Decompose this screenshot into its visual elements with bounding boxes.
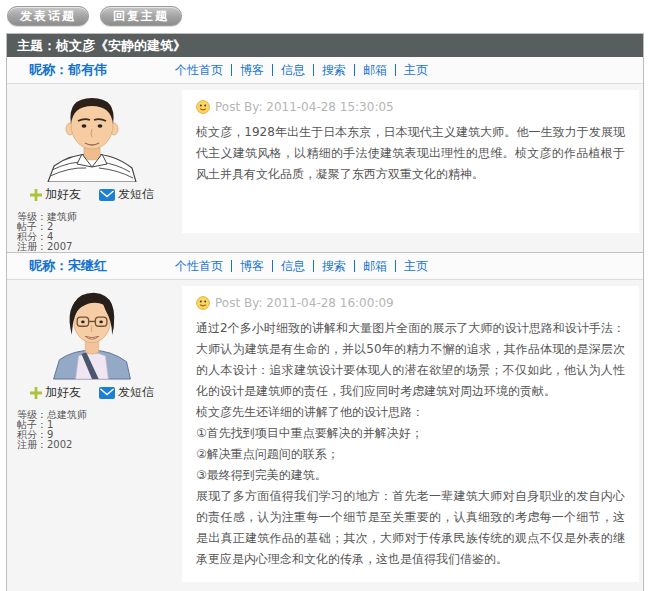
smiley-icon (196, 100, 210, 114)
nav-link-blog[interactable]: 博客 (231, 260, 272, 272)
nav-link-info[interactable]: 信息 (272, 260, 313, 272)
post-2-content-area: Post By: 2011-04-28 16:00:09 通过2个多小时细致的讲… (177, 280, 643, 591)
post-2-header: 昵称：宋继红 个性首页 博客 信息 搜索 邮箱 主页 (7, 253, 643, 280)
add-friend-label: 加好友 (45, 384, 81, 401)
topic-title-bar: 主题：桢文彦《安静的建筑》 (7, 34, 643, 57)
forum-thread-page: 发表话题 回复主题 主题：桢文彦《安静的建筑》 昵称：郁有伟 个性首页 博客 信… (0, 0, 650, 591)
nav-link-info[interactable]: 信息 (272, 64, 313, 76)
add-friend-button[interactable]: 加好友 (30, 186, 81, 203)
send-message-button[interactable]: 发短信 (99, 384, 154, 401)
nav-link-personal-home[interactable]: 个性首页 (153, 64, 231, 76)
nav-link-search[interactable]: 搜索 (313, 64, 354, 76)
add-friend-label: 加好友 (45, 186, 81, 203)
envelope-icon (99, 387, 115, 399)
post-1-body: 加好友 发短信 等级：建筑师 帖子：2 积分：4 注册：2007 (7, 84, 643, 252)
post-paragraph: 桢文彦，1928年出生于日本东京，日本现代主义建筑大师。他一生致力于发展现代主义… (196, 122, 625, 185)
post-1-user-panel: 加好友 发短信 等级：建筑师 帖子：2 积分：4 注册：2007 (7, 84, 177, 252)
add-friend-button[interactable]: 加好友 (30, 384, 81, 401)
nav-link-blog[interactable]: 博客 (231, 64, 272, 76)
nav-link-home[interactable]: 主页 (395, 260, 436, 272)
post-2-user-stats: 等级：总建筑师 帖子：1 积分：9 注册：2002 (17, 410, 177, 450)
post-2-user-panel: 加好友 发短信 等级：总建筑师 帖子：1 积分：9 注册：2002 (7, 280, 177, 591)
send-message-button[interactable]: 发短信 (99, 186, 154, 203)
post-2: 昵称：宋继红 个性首页 博客 信息 搜索 邮箱 主页 (7, 252, 643, 591)
post-1: 昵称：郁有伟 个性首页 博客 信息 搜索 邮箱 主页 (7, 57, 643, 252)
envelope-icon (99, 189, 115, 201)
post-1-author-nickname: 昵称：郁有伟 (7, 61, 153, 79)
nav-link-home[interactable]: 主页 (395, 64, 436, 76)
user-avatar (42, 92, 142, 182)
reply-topic-button[interactable]: 回复主题 (100, 6, 182, 26)
new-topic-button[interactable]: 发表话题 (7, 6, 89, 26)
post-2-author-nickname: 昵称：宋继红 (7, 257, 153, 275)
stat-registered: 注册：2002 (17, 440, 177, 450)
post-2-body: 加好友 发短信 等级：总建筑师 帖子：1 积分：9 注册：2002 (7, 280, 643, 591)
stat-registered: 注册：2007 (17, 242, 177, 252)
post-paragraph: ③最终得到完美的建筑。 (196, 465, 625, 486)
post-1-message: Post By: 2011-04-28 15:30:05 桢文彦，1928年出生… (182, 90, 639, 233)
post-1-user-links: 个性首页 博客 信息 搜索 邮箱 主页 (153, 64, 436, 76)
post-1-user-actions: 加好友 发短信 (7, 186, 177, 203)
post-2-user-links: 个性首页 博客 信息 搜索 邮箱 主页 (153, 260, 436, 272)
post-paragraph: 展现了多方面值得我们学习的地方：首先老一辈建筑大师对自身职业的发自内心的责任感，… (196, 486, 625, 570)
user-avatar (44, 284, 140, 380)
post-1-header: 昵称：郁有伟 个性首页 博客 信息 搜索 邮箱 主页 (7, 57, 643, 84)
smiley-icon (196, 296, 210, 310)
thread-container: 主题：桢文彦《安静的建筑》 昵称：郁有伟 个性首页 博客 信息 搜索 邮箱 主页 (6, 33, 644, 591)
nav-link-personal-home[interactable]: 个性首页 (153, 260, 231, 272)
post-paragraph: 通过2个多小时细致的讲解和大量图片全面的展示了大师的设计思路和设计手法：大师认为… (196, 318, 625, 402)
plus-icon (30, 189, 42, 201)
post-timestamp: Post By: 2011-04-28 15:30:05 (215, 100, 394, 114)
post-1-content-area: Post By: 2011-04-28 15:30:05 桢文彦，1928年出生… (177, 84, 643, 252)
nav-link-mailbox[interactable]: 邮箱 (354, 260, 395, 272)
post-paragraph: ①首先找到项目中重点要解决的并解决好； (196, 423, 625, 444)
post-1-user-stats: 等级：建筑师 帖子：2 积分：4 注册：2007 (17, 212, 177, 252)
post-paragraph: ②解决重点问题间的联系； (196, 444, 625, 465)
post-paragraph: 桢文彦先生还详细的讲解了他的设计思路： (196, 402, 625, 423)
nav-link-search[interactable]: 搜索 (313, 260, 354, 272)
post-2-user-actions: 加好友 发短信 (7, 384, 177, 401)
post-timestamp: Post By: 2011-04-28 16:00:09 (215, 296, 394, 310)
plus-icon (30, 387, 42, 399)
send-message-label: 发短信 (118, 384, 154, 401)
toolbar: 发表话题 回复主题 (0, 0, 650, 33)
post-2-meta: Post By: 2011-04-28 16:00:09 (196, 295, 625, 311)
post-1-meta: Post By: 2011-04-28 15:30:05 (196, 99, 625, 115)
send-message-label: 发短信 (118, 186, 154, 203)
post-2-message: Post By: 2011-04-28 16:00:09 通过2个多小时细致的讲… (182, 286, 639, 582)
nav-link-mailbox[interactable]: 邮箱 (354, 64, 395, 76)
